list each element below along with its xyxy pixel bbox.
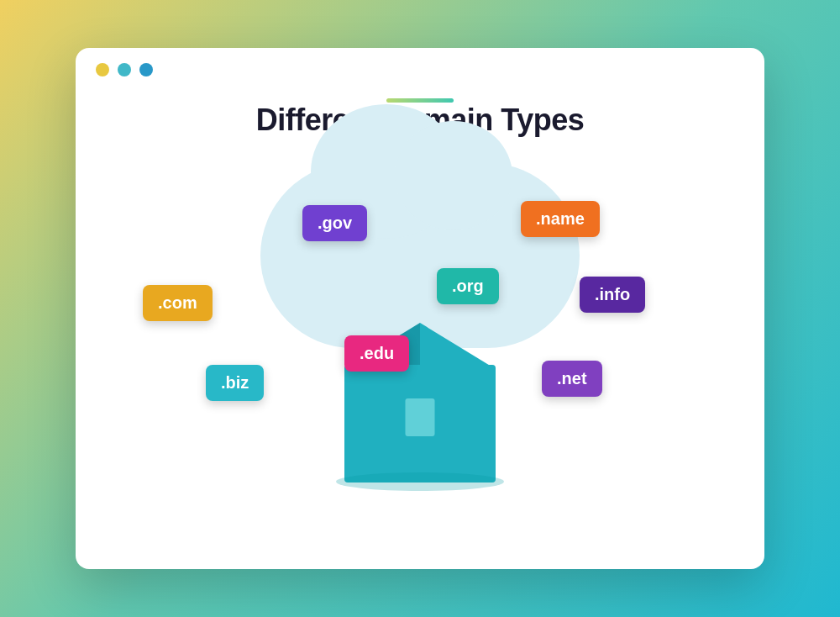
box-body <box>344 365 496 483</box>
badge-name: .name <box>521 201 600 237</box>
badge-gov: .gov <box>302 205 367 241</box>
title-bar <box>76 48 764 85</box>
badge-edu: .edu <box>344 335 409 372</box>
badge-biz: .biz <box>206 365 264 401</box>
window-dot-teal[interactable] <box>118 63 131 76</box>
window-dot-blue[interactable] <box>139 63 153 76</box>
badge-com: .com <box>143 285 213 321</box>
box-shadow <box>336 472 504 491</box>
badge-net: .net <box>542 361 602 397</box>
badge-info: .info <box>580 277 645 313</box>
open-box <box>344 365 496 483</box>
box-tape <box>406 398 435 436</box>
cloud-shape <box>260 163 580 348</box>
box-flap-right <box>420 323 496 369</box>
badge-org: .org <box>437 268 499 304</box>
illustration-area: .com .gov .name .org .info .edu .biz .ne… <box>76 138 764 508</box>
browser-window: Different Domain Types .com .gov .name .… <box>76 48 764 569</box>
window-dot-yellow[interactable] <box>96 63 109 76</box>
